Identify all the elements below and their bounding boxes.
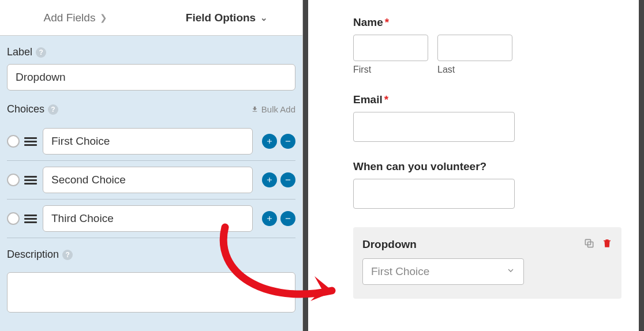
plus-icon [265,137,274,145]
volunteer-input[interactable] [353,179,515,209]
email-field-label: Email* [353,93,630,106]
minus-icon [284,215,292,223]
choice-default-radio[interactable] [7,174,20,186]
description-text: Description [7,249,59,261]
chevron-down-icon [506,265,515,278]
panel-tabs: Add Fields ❯ Field Options ⌄ [0,0,302,36]
choice-default-radio[interactable] [7,212,20,225]
dropdown-selected-value: First Choice [371,265,429,278]
drag-handle-icon[interactable] [24,137,37,146]
panel-divider [303,0,308,331]
tab-field-options-label: Field Options [186,12,256,24]
required-asterisk: * [384,93,388,106]
tab-add-fields[interactable]: Add Fields ❯ [0,0,151,35]
minus-icon [284,176,292,184]
bulk-add-label: Bulk Add [261,104,295,114]
drag-handle-icon[interactable] [24,215,37,223]
label-section-title: Label ? [7,46,295,58]
panel-right-edge [639,0,644,331]
dropdown-field-label: Dropdown [362,238,417,251]
required-asterisk: * [385,16,389,28]
choice-input[interactable] [43,128,253,155]
remove-choice-button[interactable] [280,211,295,226]
name-field[interactable]: Name* First Last [353,16,630,75]
chevron-right-icon: ❯ [100,13,107,23]
label-text: Email [353,93,383,106]
choice-input[interactable] [43,167,253,193]
description-textarea[interactable] [7,272,295,313]
field-options-panel: Add Fields ❯ Field Options ⌄ Label ? Cho… [0,0,303,331]
description-section-title: Description ? [7,249,295,261]
plus-icon [265,176,274,184]
tab-add-fields-label: Add Fields [44,12,96,24]
volunteer-field[interactable]: When can you volunteer? [353,160,630,209]
download-icon [251,106,259,113]
field-label-input[interactable] [7,64,295,91]
add-choice-button[interactable] [262,211,277,226]
choice-row [7,122,295,161]
chevron-down-icon: ⌄ [260,13,268,23]
minus-icon [284,137,292,145]
help-icon[interactable]: ? [48,104,58,115]
label-text: Label [7,46,32,58]
duplicate-icon [583,238,595,249]
bulk-add-button[interactable]: Bulk Add [251,104,295,114]
choices-section-title: Choices ? [7,103,58,115]
choice-row [7,161,295,200]
add-choice-button[interactable] [262,134,277,149]
volunteer-field-label: When can you volunteer? [353,160,630,173]
help-icon[interactable]: ? [36,47,46,58]
drag-handle-icon[interactable] [24,176,37,185]
email-field[interactable]: Email* [353,93,630,142]
dropdown-select[interactable]: First Choice [362,258,524,285]
last-sublabel: Last [437,65,512,75]
last-name-input[interactable] [437,35,512,61]
delete-field-button[interactable] [602,238,612,251]
tab-field-options[interactable]: Field Options ⌄ [151,0,302,35]
dropdown-field-active[interactable]: Dropdown First Choice [353,227,621,299]
trash-icon [602,238,612,249]
panel-gutter [308,0,329,331]
first-sublabel: First [353,65,428,75]
duplicate-field-button[interactable] [583,238,595,251]
plus-icon [265,215,274,223]
help-icon[interactable]: ? [62,250,73,260]
name-field-label: Name* [353,16,630,29]
choice-default-radio[interactable] [7,135,20,148]
choice-input[interactable] [43,205,253,232]
choices-text: Choices [7,103,44,115]
label-text: Name [353,16,383,28]
email-input[interactable] [353,112,515,142]
choice-row [7,200,295,238]
first-name-input[interactable] [353,35,428,61]
add-choice-button[interactable] [262,172,277,187]
remove-choice-button[interactable] [280,172,295,187]
remove-choice-button[interactable] [280,134,295,149]
form-preview-panel: Name* First Last Email* When can you vol… [329,0,644,331]
